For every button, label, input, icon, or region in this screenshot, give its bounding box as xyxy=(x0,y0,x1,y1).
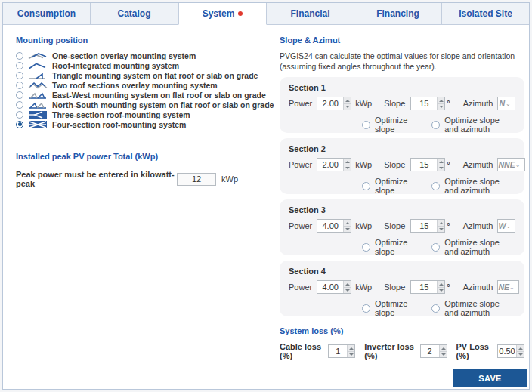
mounting-panel: Mounting position One-section overlay mo… xyxy=(3,25,269,360)
triangle-flat-roof-icon xyxy=(28,71,48,80)
mounting-option-east-west-flat-roof[interactable]: East-West mounting system on flat roof o… xyxy=(16,90,269,100)
radio-button xyxy=(362,121,370,129)
step-up-icon[interactable] xyxy=(344,281,351,287)
step-up-icon[interactable] xyxy=(438,220,444,226)
optimize-slope-azimuth-radio[interactable]: Optimize slope and azimuth xyxy=(431,299,515,317)
step-down-icon[interactable] xyxy=(348,351,354,358)
optimize-slope-azimuth-radio[interactable]: Optimize slope and azimuth xyxy=(431,238,515,256)
radio-button xyxy=(16,52,23,60)
radio-button xyxy=(16,91,23,99)
step-down-icon[interactable] xyxy=(517,351,524,358)
slope-input[interactable] xyxy=(411,159,437,171)
optimize-slope-azimuth-radio[interactable]: Optimize slope and azimuth xyxy=(431,116,515,134)
tab-consumption[interactable]: Consumption xyxy=(3,3,91,25)
power-unit: kWp xyxy=(355,221,372,230)
peak-power-input[interactable] xyxy=(177,173,216,186)
tab-bar: Consumption Catalog System Financial Fin… xyxy=(3,3,529,25)
optimize-slope-radio[interactable]: Optimize slope xyxy=(362,299,411,317)
power-stepper xyxy=(317,219,351,233)
mounting-heading: Mounting position xyxy=(16,35,269,45)
azimuth-select[interactable]: NNE ⌄ xyxy=(497,158,524,171)
azimuth-label: Azimuth xyxy=(463,99,493,108)
section-card-4: Section 4 Power kWp Slope ° Azimuth xyxy=(280,261,524,316)
step-up-icon[interactable] xyxy=(517,345,524,351)
slope-input[interactable] xyxy=(411,281,437,293)
step-down-icon[interactable] xyxy=(344,165,351,171)
step-up-icon[interactable] xyxy=(440,345,447,351)
alert-dot-icon xyxy=(238,11,243,16)
section-title: Section 3 xyxy=(289,205,515,215)
power-label: Power xyxy=(289,160,312,169)
step-up-icon[interactable] xyxy=(438,159,444,165)
radio-button xyxy=(16,72,23,79)
radio-button xyxy=(362,243,370,252)
optimize-slope-radio[interactable]: Optimize slope xyxy=(362,177,411,195)
tab-financing[interactable]: Financing xyxy=(354,3,442,25)
power-unit: kWp xyxy=(355,160,372,169)
slope-label: Slope xyxy=(384,99,405,108)
step-up-icon[interactable] xyxy=(344,97,351,103)
cable-loss-label: Cable loss (%) xyxy=(280,342,323,360)
power-label: Power xyxy=(289,99,312,108)
slope-label: Slope xyxy=(384,221,405,230)
mounting-option-four-section-roof[interactable]: Four-section roof-mounting system xyxy=(16,119,269,129)
azimuth-select[interactable]: N ⌄ xyxy=(497,97,515,110)
mounting-option-three-section-roof[interactable]: Three-section roof-mounting system xyxy=(16,110,269,119)
save-button[interactable]: SAVE xyxy=(453,369,527,387)
step-down-icon[interactable] xyxy=(438,226,444,233)
step-up-icon[interactable] xyxy=(344,220,351,226)
cable-loss-input[interactable] xyxy=(329,345,347,357)
step-up-icon[interactable] xyxy=(438,97,444,103)
power-input[interactable] xyxy=(317,281,343,293)
section-card-1: Section 1 Power kWp Slope ° Azimuth xyxy=(280,77,524,133)
power-unit: kWp xyxy=(355,282,372,292)
radio-button xyxy=(431,304,440,313)
inverter-loss-label: Inverter loss (%) xyxy=(364,342,414,360)
power-input[interactable] xyxy=(317,159,343,171)
slope-input[interactable] xyxy=(411,97,437,110)
power-stepper xyxy=(317,97,351,110)
slope-input[interactable] xyxy=(411,220,437,232)
azimuth-label: Azimuth xyxy=(463,282,493,292)
optimize-slope-radio[interactable]: Optimize slope xyxy=(362,116,411,134)
four-section-roof-icon xyxy=(28,120,48,129)
east-west-flat-roof-icon xyxy=(28,91,48,100)
step-up-icon[interactable] xyxy=(438,281,444,287)
step-down-icon[interactable] xyxy=(344,287,351,294)
radio-button xyxy=(16,62,23,69)
azimuth-select[interactable]: W ⌄ xyxy=(497,219,515,233)
step-down-icon[interactable] xyxy=(344,226,351,233)
mounting-option-roof-integrated[interactable]: Roof-integrated mounting system xyxy=(16,60,269,70)
section-title: Section 1 xyxy=(289,83,515,92)
pv-loss-input[interactable] xyxy=(498,345,516,357)
system-loss-heading: System loss (%) xyxy=(280,326,524,335)
step-down-icon[interactable] xyxy=(440,351,447,358)
inverter-loss-input[interactable] xyxy=(421,345,439,357)
azimuth-label: Azimuth xyxy=(463,160,493,169)
tab-financial[interactable]: Financial xyxy=(267,3,354,25)
mounting-option-triangle-flat-roof[interactable]: Triangle mounting system on flat roof or… xyxy=(16,70,269,80)
step-down-icon[interactable] xyxy=(438,165,444,171)
north-south-flat-roof-icon xyxy=(28,100,48,110)
optimize-slope-azimuth-radio[interactable]: Optimize slope and azimuth xyxy=(431,177,515,195)
tab-catalog[interactable]: Catalog xyxy=(91,3,178,25)
radio-button xyxy=(431,182,440,190)
slope-azimuth-heading: Slope & Azimut xyxy=(280,35,524,45)
step-up-icon[interactable] xyxy=(348,345,354,351)
mounting-option-one-section-overlay[interactable]: One-section overlay mounting system xyxy=(16,51,269,60)
power-input[interactable] xyxy=(317,220,343,232)
power-stepper xyxy=(317,280,351,294)
power-unit: kWp xyxy=(355,99,372,108)
step-down-icon[interactable] xyxy=(344,103,351,110)
mounting-option-two-roof-sections-overlay[interactable]: Two roof sections overlay mounting syste… xyxy=(16,80,269,90)
azimuth-select[interactable]: NE ⌄ xyxy=(497,280,519,294)
power-input[interactable] xyxy=(317,97,343,110)
power-label: Power xyxy=(289,221,312,230)
step-down-icon[interactable] xyxy=(438,103,444,110)
mounting-option-north-south-flat-roof[interactable]: North-South mounting system on flat roof… xyxy=(16,100,269,110)
step-down-icon[interactable] xyxy=(438,287,444,294)
tab-isolated-site[interactable]: Isolated Site xyxy=(442,3,529,25)
tab-system[interactable]: System xyxy=(178,3,267,25)
optimize-slope-radio[interactable]: Optimize slope xyxy=(362,238,411,256)
step-up-icon[interactable] xyxy=(344,159,351,165)
